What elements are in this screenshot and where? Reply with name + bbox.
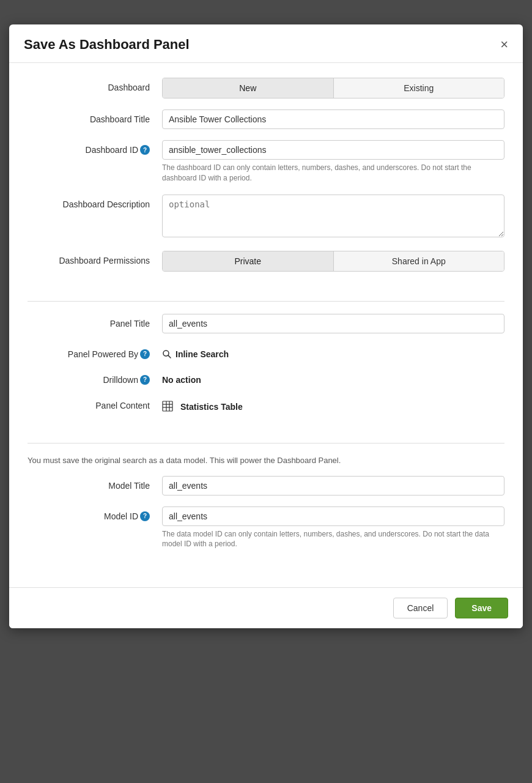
cancel-button[interactable]: Cancel	[393, 598, 448, 618]
dashboard-existing-button[interactable]: Existing	[334, 78, 504, 98]
dashboard-description-label: Dashboard Description	[28, 195, 162, 209]
modal-footer: Cancel Save	[9, 587, 523, 628]
dashboard-id-help-icon[interactable]: ?	[140, 145, 150, 155]
dashboard-title-row: Dashboard Title	[28, 109, 504, 129]
panel-powered-by-label-wrap: Panel Powered By ?	[28, 344, 162, 359]
panel-content-row: Panel Content	[28, 396, 504, 414]
dashboard-permissions-label: Dashboard Permissions	[28, 251, 162, 265]
dashboard-id-input[interactable]	[162, 140, 504, 160]
drilldown-wrap: No action	[162, 370, 504, 385]
panel-content-label: Panel Content	[28, 396, 162, 410]
svg-rect-2	[163, 401, 172, 411]
panel-content-wrap: Statistics Table	[162, 396, 504, 414]
model-id-label-wrap: Model ID ?	[28, 507, 162, 521]
drilldown-value: No action	[162, 370, 504, 385]
panel-powered-by-label: Panel Powered By	[68, 349, 138, 359]
svg-line-1	[168, 355, 171, 357]
modal-body: Dashboard New Existing Dashboard Title	[9, 63, 523, 587]
dashboard-row: Dashboard New Existing	[28, 78, 504, 98]
panel-title-row: Panel Title	[28, 314, 504, 333]
modal-title: Save As Dashboard Panel	[24, 37, 190, 53]
permissions-toggle-group: Private Shared in App	[162, 251, 504, 272]
dashboard-description-input[interactable]	[162, 195, 504, 237]
panel-powered-by-wrap: Inline Search	[162, 344, 504, 359]
panel-title-input[interactable]	[162, 314, 504, 333]
panel-content-value: Statistics Table	[162, 396, 504, 414]
drilldown-row: Drilldown ? No action	[28, 370, 504, 385]
close-button[interactable]: ×	[500, 38, 508, 51]
panel-section: Panel Title Panel Powered By ?	[28, 314, 504, 437]
table-icon	[162, 401, 173, 414]
modal: Save As Dashboard Panel × Dashboard New …	[9, 24, 523, 628]
data-model-section: You must save the original search as a d…	[28, 456, 504, 573]
model-title-row: Model Title	[28, 476, 504, 495]
dashboard-id-label-wrap: Dashboard ID ?	[28, 140, 162, 155]
model-id-row: Model ID ? The data model ID can only co…	[28, 507, 504, 550]
dashboard-label: Dashboard	[28, 78, 162, 92]
data-model-notice: You must save the original search as a d…	[28, 456, 504, 465]
model-title-label: Model Title	[28, 476, 162, 491]
drilldown-help-icon[interactable]: ?	[140, 375, 150, 385]
dashboard-title-input[interactable]	[162, 109, 504, 129]
drilldown-label-wrap: Drilldown ?	[28, 370, 162, 385]
model-id-input[interactable]	[162, 507, 504, 526]
dashboard-id-row: Dashboard ID ? The dashboard ID can only…	[28, 140, 504, 184]
dashboard-toggle-group: New Existing	[162, 78, 504, 98]
save-button[interactable]: Save	[455, 598, 508, 618]
model-id-label: Model ID	[104, 511, 138, 521]
dashboard-description-row: Dashboard Description	[28, 195, 504, 240]
modal-header: Save As Dashboard Panel ×	[9, 24, 523, 63]
panel-powered-by-value: Inline Search	[162, 344, 504, 359]
panel-powered-by-row: Panel Powered By ? Inline Search	[28, 344, 504, 359]
model-title-input[interactable]	[162, 476, 504, 495]
model-id-help-text: The data model ID can only contain lette…	[162, 529, 504, 550]
dashboard-new-button[interactable]: New	[163, 78, 334, 98]
section-divider-1	[28, 301, 504, 302]
panel-title-label: Panel Title	[28, 314, 162, 328]
model-title-wrap	[162, 476, 504, 495]
dashboard-id-label: Dashboard ID	[86, 145, 138, 155]
model-id-wrap: The data model ID can only contain lette…	[162, 507, 504, 550]
dashboard-title-label: Dashboard Title	[28, 109, 162, 124]
permissions-private-button[interactable]: Private	[163, 251, 334, 271]
dashboard-id-help-text: The dashboard ID can only contain letter…	[162, 163, 504, 184]
panel-powered-by-help-icon[interactable]: ?	[140, 349, 150, 359]
permissions-shared-button[interactable]: Shared in App	[334, 251, 504, 271]
dashboard-title-wrap	[162, 109, 504, 129]
model-id-help-icon[interactable]: ?	[140, 511, 150, 521]
drilldown-label: Drilldown	[103, 375, 138, 385]
dashboard-section: Dashboard New Existing Dashboard Title	[28, 78, 504, 295]
search-icon	[162, 349, 172, 359]
section-divider-2	[28, 443, 504, 443]
dashboard-permissions-wrap: Private Shared in App	[162, 251, 504, 272]
dashboard-permissions-row: Dashboard Permissions Private Shared in …	[28, 251, 504, 272]
dashboard-id-wrap: The dashboard ID can only contain letter…	[162, 140, 504, 184]
dashboard-description-wrap	[162, 195, 504, 240]
panel-title-wrap	[162, 314, 504, 333]
dashboard-toggle-wrap: New Existing	[162, 78, 504, 98]
modal-overlay: Save As Dashboard Panel × Dashboard New …	[9, 12, 523, 783]
